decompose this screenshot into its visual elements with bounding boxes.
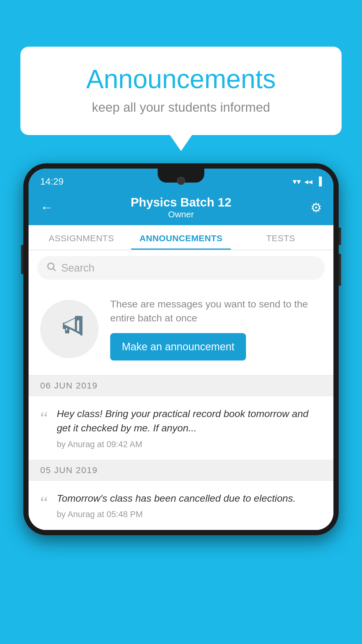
announcement-meta-2: by Anurag at 05:48 PM	[57, 510, 322, 519]
phone-button-volume	[21, 245, 23, 274]
quote-icon-1: “	[40, 409, 48, 426]
quote-icon-2: “	[40, 494, 48, 511]
tabs-bar: ASSIGNMENTS ANNOUNCEMENTS TESTS	[29, 225, 333, 250]
status-icons: ▾▾ ◂◂ ▐	[293, 177, 322, 186]
settings-button[interactable]: ⚙	[304, 200, 322, 215]
tab-assignments[interactable]: ASSIGNMENTS	[31, 225, 131, 250]
wifi-icon: ▾▾	[293, 177, 301, 186]
speech-bubble-subtitle: keep all your students informed	[44, 100, 318, 115]
search-icon	[46, 261, 57, 274]
phone-button-volume-right	[339, 254, 341, 286]
phone-container: 14:29 ▾▾ ◂◂ ▐ ← Physics Batch 12 Owner ⚙	[23, 163, 339, 644]
announcement-content-1: Hey class! Bring your practical record b…	[57, 407, 322, 449]
speech-bubble-title: Announcements	[44, 64, 318, 94]
prompt-description: These are messages you want to send to t…	[110, 297, 322, 325]
back-button[interactable]: ←	[40, 200, 58, 215]
tab-announcements[interactable]: ANNOUNCEMENTS	[131, 225, 231, 250]
announcement-prompt: These are messages you want to send to t…	[29, 286, 333, 375]
phone-button-power	[339, 228, 341, 245]
date-separator-1: 06 JUN 2019	[29, 375, 333, 396]
date-separator-2: 05 JUN 2019	[29, 460, 333, 481]
search-placeholder: Search	[61, 262, 94, 274]
signal-icon: ◂◂	[304, 177, 312, 186]
tab-tests[interactable]: TESTS	[231, 225, 331, 250]
phone-mockup: 14:29 ▾▾ ◂◂ ▐ ← Physics Batch 12 Owner ⚙	[23, 163, 339, 535]
svg-line-1	[53, 269, 55, 271]
phone-notch	[158, 169, 204, 183]
phone-camera	[177, 177, 185, 185]
speech-bubble: Announcements keep all your students inf…	[20, 47, 342, 135]
make-announcement-button[interactable]: Make an announcement	[110, 333, 246, 360]
search-bar: Search	[29, 250, 333, 286]
batch-role: Owner	[131, 209, 231, 219]
announcement-text-1: Hey class! Bring your practical record b…	[57, 407, 322, 435]
app-header: ← Physics Batch 12 Owner ⚙	[29, 188, 333, 225]
batch-title: Physics Batch 12	[131, 195, 231, 209]
announcement-text-2: Tomorrow's class has been cancelled due …	[57, 491, 322, 505]
announcement-item-1[interactable]: “ Hey class! Bring your practical record…	[29, 396, 333, 460]
announcement-meta-1: by Anurag at 09:42 AM	[57, 440, 322, 449]
speech-bubble-container: Announcements keep all your students inf…	[20, 47, 342, 135]
megaphone-icon	[56, 312, 82, 346]
announcement-item-2[interactable]: “ Tomorrow's class has been cancelled du…	[29, 481, 333, 530]
status-time: 14:29	[40, 176, 64, 187]
search-input-wrapper[interactable]: Search	[37, 256, 325, 280]
prompt-content: These are messages you want to send to t…	[110, 297, 322, 360]
megaphone-circle	[40, 300, 99, 358]
header-title-group: Physics Batch 12 Owner	[131, 195, 231, 219]
phone-screen: 14:29 ▾▾ ◂◂ ▐ ← Physics Batch 12 Owner ⚙	[29, 169, 333, 530]
battery-icon: ▐	[316, 177, 322, 186]
announcement-content-2: Tomorrow's class has been cancelled due …	[57, 491, 322, 519]
